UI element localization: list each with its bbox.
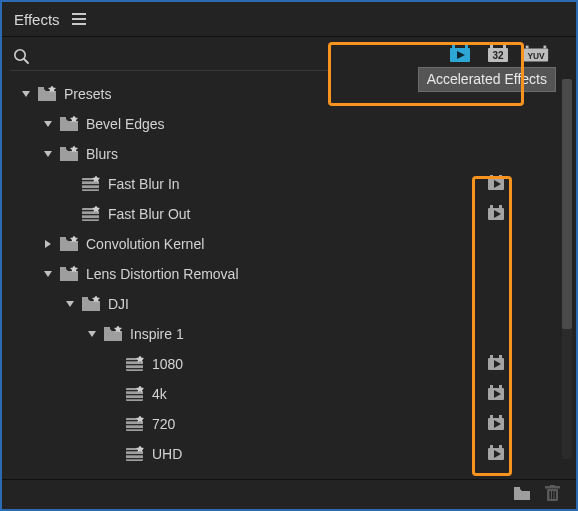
svg-line-1 [24,59,28,63]
svg-rect-38 [490,205,493,208]
svg-rect-74 [126,428,143,429]
tree-preset[interactable]: 1080 [2,349,576,379]
svg-marker-44 [44,271,52,277]
panel-title: Effects [14,11,60,28]
yuv-filter[interactable]: YUV [522,43,550,65]
tree-item-label: UHD [152,446,182,462]
tree-preset[interactable]: Fast Blur In [2,169,576,199]
panel-menu-button[interactable] [72,13,86,25]
preset-icon [80,176,102,192]
svg-rect-3 [452,45,455,48]
panel-header: Effects [2,2,576,36]
folder-icon [58,146,80,162]
accelerated-badge-icon [486,175,506,195]
tree-preset[interactable]: UHD [2,439,576,469]
svg-rect-11 [526,46,529,49]
accelerated-badge-icon [486,355,506,375]
svg-rect-15 [38,87,44,90]
svg-rect-48 [82,297,88,300]
disclosure-caret-icon[interactable] [20,89,32,99]
svg-marker-14 [22,91,30,97]
svg-rect-12 [543,46,546,49]
tree-item-label: Blurs [86,146,118,162]
svg-rect-89 [514,487,520,490]
svg-rect-73 [126,424,143,425]
folder-icon [80,296,102,312]
search-input[interactable] [38,48,312,64]
folder-icon [36,86,58,102]
32-bit-filter[interactable]: 32 [484,43,512,65]
tree-folder[interactable]: Inspire 1 [2,319,576,349]
svg-rect-8 [503,45,506,48]
tree-item-label: Bevel Edges [86,116,165,132]
svg-rect-34 [82,214,99,215]
svg-rect-59 [490,355,493,358]
tree-preset[interactable]: 4k [2,379,576,409]
svg-rect-45 [60,267,66,270]
tree-folder[interactable]: Presets [2,79,576,109]
tree-item-label: Lens Distortion Removal [86,266,239,282]
svg-text:32: 32 [492,50,504,61]
disclosure-caret-icon[interactable] [42,149,54,159]
svg-rect-26 [82,188,99,189]
panel-footer [2,479,576,509]
disclosure-caret-icon[interactable] [42,119,54,129]
accelerated-effects-filter[interactable] [446,43,474,65]
svg-rect-83 [126,458,143,459]
disclosure-caret-icon[interactable] [42,239,54,249]
tree-item-label: 1080 [152,356,183,372]
tree-folder[interactable]: Blurs [2,139,576,169]
folder-icon [58,236,80,252]
search-underline [10,70,328,71]
accelerated-badge-icon [486,415,506,435]
tree-folder[interactable]: Convolution Kernel [2,229,576,259]
svg-rect-39 [499,205,502,208]
preset-icon [124,356,146,372]
preset-icon [124,446,146,462]
svg-rect-69 [499,385,502,388]
tree-folder[interactable]: Lens Distortion Removal [2,259,576,289]
svg-rect-94 [552,491,554,499]
tree-folder[interactable]: Bevel Edges [2,109,576,139]
search-icon [12,47,30,65]
tree-item-label: 4k [152,386,167,402]
svg-rect-30 [499,175,502,178]
svg-rect-95 [555,491,557,499]
preset-icon [80,206,102,222]
svg-rect-87 [499,445,502,448]
svg-rect-77 [490,415,493,418]
svg-text:YUV: YUV [527,51,545,61]
svg-rect-68 [490,385,493,388]
svg-rect-93 [550,491,552,499]
tree-item-label: Presets [64,86,111,102]
folder-icon [58,266,80,282]
tree-item-label: 720 [152,416,175,432]
svg-rect-42 [60,237,66,240]
tree-item-label: Convolution Kernel [86,236,204,252]
svg-rect-51 [104,327,110,330]
disclosure-caret-icon[interactable] [64,299,76,309]
svg-rect-55 [126,364,143,365]
tree-preset[interactable]: 720 [2,409,576,439]
svg-rect-60 [499,355,502,358]
svg-marker-20 [44,151,52,157]
tree-preset[interactable]: Fast Blur Out [2,199,576,229]
disclosure-caret-icon[interactable] [42,269,54,279]
accelerated-badge-icon [486,205,506,225]
effects-tree: PresetsBevel EdgesBlursFast Blur InFast … [2,75,576,479]
tree-folder[interactable]: DJI [2,289,576,319]
new-folder-button[interactable] [513,486,531,504]
preset-icon [124,386,146,402]
folder-icon [58,116,80,132]
svg-marker-47 [66,301,74,307]
svg-rect-92 [550,485,555,487]
accelerated-badge-icon [486,445,506,465]
delete-button[interactable] [545,485,560,505]
disclosure-caret-icon[interactable] [86,329,98,339]
effects-panel: Effects [0,0,578,511]
search-row: 32 YUV Accelerated Effects [2,37,576,75]
svg-rect-7 [490,45,493,48]
svg-rect-82 [126,454,143,455]
tree-item-label: Inspire 1 [130,326,184,342]
svg-rect-4 [465,45,468,48]
